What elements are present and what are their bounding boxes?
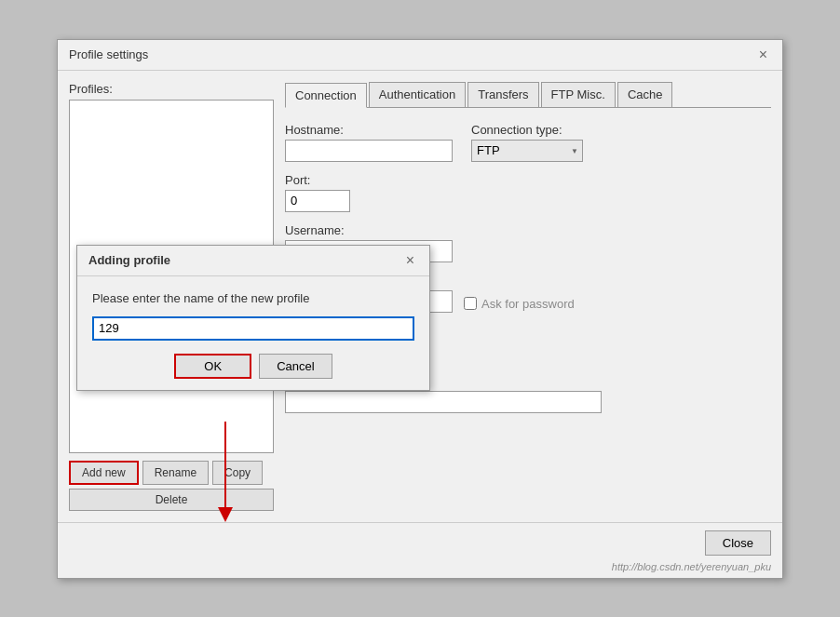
hostname-connection-row: Hostname: Connection type: FTP FTPS SFTP: [285, 123, 771, 173]
delete-button[interactable]: Delete: [69, 489, 274, 511]
add-new-button[interactable]: Add new: [69, 461, 139, 485]
ask-for-password-text: Ask for password: [481, 297, 575, 311]
connection-type-select[interactable]: FTP FTPS SFTP: [471, 140, 583, 162]
ok-button[interactable]: OK: [174, 354, 251, 379]
username-label: Username:: [285, 223, 771, 237]
port-input[interactable]: [285, 190, 350, 212]
sub-close-button[interactable]: ×: [402, 253, 418, 268]
watermark: http://blog.csdn.net/yerenyuan_pku: [612, 561, 771, 572]
profiles-label: Profiles:: [69, 82, 274, 96]
tab-authentication[interactable]: Authentication: [369, 82, 466, 107]
main-close-button[interactable]: ×: [755, 47, 771, 62]
sub-title-bar: Adding profile ×: [77, 246, 429, 276]
hostname-group: Hostname:: [285, 123, 453, 162]
port-group: Port:: [285, 173, 771, 212]
tab-transfers[interactable]: Transfers: [467, 82, 538, 107]
initial-dir-input[interactable]: [285, 391, 602, 413]
title-bar: Profile settings ×: [58, 40, 782, 71]
sub-dialog-message: Please enter the name of the new profile: [92, 291, 414, 305]
ask-for-password-label: Ask for password: [464, 297, 575, 311]
hostname-label: Hostname:: [285, 123, 453, 137]
rename-button[interactable]: Rename: [142, 461, 209, 485]
sub-dialog-buttons: OK Cancel: [92, 354, 414, 379]
connection-type-label: Connection type:: [471, 123, 583, 137]
close-button[interactable]: Close: [705, 530, 771, 556]
hostname-input[interactable]: [285, 140, 453, 162]
bottom-bar: Close: [58, 522, 782, 563]
ask-for-password-checkbox[interactable]: [464, 297, 477, 310]
sub-dialog-title: Adding profile: [88, 253, 170, 267]
tab-connection[interactable]: Connection: [285, 83, 367, 108]
profiles-buttons: Add new Rename Copy Delete: [69, 461, 274, 511]
tab-cache[interactable]: Cache: [617, 82, 673, 107]
tabs: Connection Authentication Transfers FTP …: [285, 82, 771, 108]
main-dialog: Profile settings × Profiles: Add new Ren…: [57, 39, 783, 579]
sub-dialog-body: Please enter the name of the new profile…: [77, 276, 429, 390]
port-label: Port:: [285, 173, 771, 187]
dialog-title: Profile settings: [69, 47, 148, 61]
copy-button[interactable]: Copy: [212, 461, 263, 485]
cancel-button[interactable]: Cancel: [259, 354, 332, 379]
new-profile-input[interactable]: [92, 316, 414, 341]
connection-type-group: Connection type: FTP FTPS SFTP: [471, 123, 583, 162]
tab-ftp-misc[interactable]: FTP Misc.: [541, 82, 616, 107]
adding-profile-dialog: Adding profile × Please enter the name o…: [76, 245, 430, 391]
connection-type-select-wrapper: FTP FTPS SFTP: [471, 140, 583, 162]
